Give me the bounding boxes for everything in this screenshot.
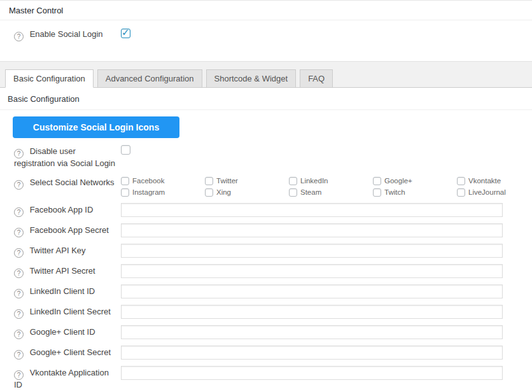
help-icon[interactable]: ? — [14, 32, 24, 41]
master-control-title: Master Control — [0, 1, 532, 20]
field-label: Select Social Networks — [30, 178, 115, 187]
network-option-steam[interactable]: Steam — [289, 188, 373, 197]
field-label: Google+ Client ID — [30, 327, 95, 337]
form-row: ? Google+ Client Secret — [14, 346, 532, 360]
enable-social-login-row: ? Enable Social Login — [0, 20, 532, 41]
network-checkbox[interactable] — [121, 177, 129, 185]
form-row: ? Vkontakte Application ID — [14, 366, 532, 391]
linkedin-client-id-input[interactable] — [121, 284, 503, 298]
vkontakte-application-id-input[interactable] — [121, 366, 503, 380]
facebook-app-id-input[interactable] — [121, 203, 503, 217]
network-option-vkontakte[interactable]: Vkontakte — [457, 177, 532, 185]
network-label: Google+ — [384, 177, 412, 185]
help-icon[interactable]: ? — [14, 228, 24, 237]
form-row: ? Disable user registration via Social L… — [14, 144, 532, 169]
tab-label: Basic Configuration — [13, 74, 85, 83]
tab-bar: Basic Configuration Advanced Configurati… — [0, 62, 532, 88]
network-label: Facebook — [132, 177, 165, 185]
form-row: ? Facebook App Secret — [14, 223, 532, 237]
network-option-facebook[interactable]: Facebook — [121, 177, 205, 185]
network-checkbox[interactable] — [289, 177, 297, 185]
tab-faq[interactable]: FAQ — [300, 69, 333, 88]
network-options: Facebook Twitter LinkedIn Google+ Vkonta… — [121, 176, 503, 197]
help-icon[interactable]: ? — [14, 207, 24, 217]
network-checkbox[interactable] — [457, 188, 465, 197]
tab-basic-configuration[interactable]: Basic Configuration — [5, 69, 94, 88]
tab-advanced-configuration[interactable]: Advanced Configuration — [97, 69, 202, 88]
help-icon[interactable]: ? — [14, 269, 24, 278]
help-icon[interactable]: ? — [14, 350, 24, 360]
field-label: Twitter API Key — [29, 246, 85, 255]
form-row: ? Twitter API Key — [14, 244, 532, 258]
tab-label: Shortcode & Widget — [214, 74, 288, 83]
help-icon[interactable]: ? — [14, 370, 24, 380]
network-option-twitter[interactable]: Twitter — [205, 177, 289, 185]
network-checkbox[interactable] — [121, 188, 129, 197]
field-label: Google+ Client Secret — [30, 347, 111, 357]
field-label: Facebook App ID — [30, 205, 94, 214]
network-label: Twitch — [384, 188, 405, 196]
form-row: ? Facebook App ID — [14, 203, 532, 217]
network-checkbox[interactable] — [457, 177, 465, 185]
google-client-id-input[interactable] — [121, 325, 503, 339]
network-label: Twitter — [216, 177, 238, 185]
network-option-google[interactable]: Google+ — [373, 177, 457, 185]
form-row: ? Google+ Client ID — [14, 325, 532, 339]
form-row: ? LinkedIn Client ID — [14, 284, 532, 298]
network-option-xing[interactable]: Xing — [205, 188, 289, 197]
panel-title: Basic Configuration — [0, 88, 532, 110]
customize-social-login-icons-button[interactable]: Customize Social Login Icons — [13, 116, 179, 138]
enable-social-login-label: Enable Social Login — [30, 29, 103, 39]
twitter-api-secret-input[interactable] — [121, 264, 503, 278]
network-label: LinkedIn — [300, 177, 328, 185]
form-row: ? Select Social Networks Facebook Twitte… — [14, 176, 532, 197]
network-label: LiveJournal — [468, 188, 506, 196]
settings-form: ? Disable user registration via Social L… — [0, 144, 532, 392]
help-icon[interactable]: ? — [14, 149, 24, 158]
enable-social-login-label-group: ? Enable Social Login — [14, 29, 121, 41]
linkedin-client-secret-input[interactable] — [121, 305, 503, 319]
disable-user-registration-via-social-login-checkbox[interactable] — [121, 145, 130, 155]
network-label: Steam — [300, 188, 321, 196]
facebook-app-secret-input[interactable] — [121, 223, 503, 237]
field-label: Disable user registration via Social Log… — [14, 146, 115, 168]
field-label: LinkedIn Client ID — [30, 286, 95, 296]
form-row: ? Twitter API Secret — [14, 264, 532, 278]
network-option-linkedin[interactable]: LinkedIn — [289, 177, 373, 185]
network-option-instagram[interactable]: Instagram — [121, 188, 205, 197]
master-control-section: Master Control ? Enable Social Login — [0, 0, 532, 62]
network-checkbox[interactable] — [289, 188, 297, 197]
network-label: Xing — [216, 188, 231, 196]
help-icon[interactable]: ? — [14, 309, 24, 319]
network-checkbox[interactable] — [205, 188, 213, 197]
field-label: Twitter API Secret — [29, 266, 95, 276]
network-checkbox[interactable] — [373, 177, 381, 185]
tab-label: Advanced Configuration — [106, 74, 194, 83]
field-label: Facebook App Secret — [30, 225, 109, 235]
network-checkbox[interactable] — [205, 177, 213, 185]
network-option-livejournal[interactable]: LiveJournal — [457, 188, 532, 197]
tab-label: FAQ — [308, 74, 325, 83]
field-label: Vkontakte Application ID — [14, 368, 109, 389]
network-label: Vkontakte — [468, 177, 501, 185]
help-icon[interactable]: ? — [14, 330, 24, 339]
google-client-secret-input[interactable] — [121, 346, 503, 360]
tab-shortcode-widget[interactable]: Shortcode & Widget — [206, 69, 297, 88]
network-label: Instagram — [132, 188, 165, 196]
field-label: LinkedIn Client Secret — [30, 307, 111, 316]
enable-social-login-checkbox[interactable] — [121, 29, 130, 38]
network-checkbox[interactable] — [373, 188, 381, 197]
help-icon[interactable]: ? — [14, 180, 24, 190]
help-icon[interactable]: ? — [14, 289, 24, 298]
network-option-twitch[interactable]: Twitch — [373, 188, 457, 197]
form-row: ? LinkedIn Client Secret — [14, 305, 532, 319]
help-icon[interactable]: ? — [14, 248, 24, 258]
basic-configuration-panel: Basic Configuration Customize Social Log… — [0, 88, 532, 392]
twitter-api-key-input[interactable] — [121, 244, 503, 258]
